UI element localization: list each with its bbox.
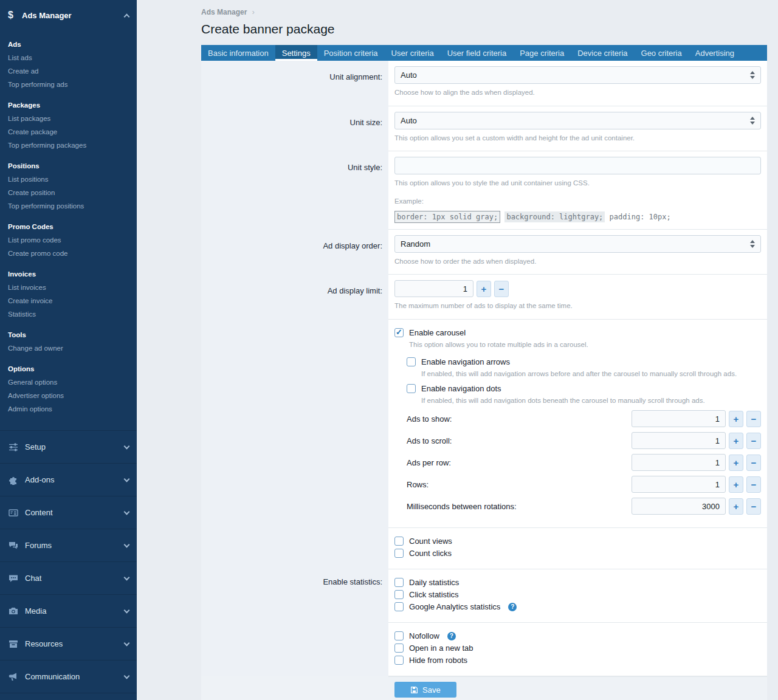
sidebar-menu-forums[interactable]: Forums bbox=[0, 529, 137, 561]
select-arrows-icon bbox=[750, 117, 755, 125]
sidebar-menu-communication[interactable]: Communication bbox=[0, 660, 137, 693]
checkbox-label: Hide from robots bbox=[409, 656, 467, 665]
tab-geo-criteria[interactable]: Geo criteria bbox=[635, 45, 689, 61]
checkbox-row-daily-statistics: Daily statistics bbox=[394, 578, 761, 587]
checkbox-row-enable-navigation-dots: Enable navigation dots bbox=[407, 384, 761, 393]
css-example-code: border: 1px solid gray; background: ligh… bbox=[394, 213, 761, 221]
sidebar-item-list-packages[interactable]: List packages bbox=[8, 112, 129, 125]
hide-from-robots-checkbox[interactable] bbox=[394, 656, 404, 665]
form-row-misc: Nofollow ? Open in a new tab Hide from r… bbox=[201, 623, 767, 676]
increment-button[interactable]: + bbox=[729, 433, 743, 449]
unit-style-input[interactable] bbox=[394, 157, 761, 174]
sidebar-menu-content[interactable]: Content bbox=[0, 496, 137, 529]
count-views-checkbox[interactable] bbox=[394, 537, 404, 546]
enable-navigation-dots-checkbox[interactable] bbox=[407, 384, 416, 393]
tab-user-criteria[interactable]: User criteria bbox=[385, 45, 441, 61]
ads-to-scroll-input[interactable]: 1 bbox=[632, 432, 726, 449]
tab-page-criteria[interactable]: Page criteria bbox=[513, 45, 571, 61]
sidebar-item-create-ad[interactable]: Create ad bbox=[8, 64, 129, 78]
sidebar-item-top-performing-packages[interactable]: Top performing packages bbox=[8, 139, 129, 152]
sidebar-menu-chat[interactable]: Chat bbox=[0, 561, 137, 594]
increment-button[interactable]: + bbox=[729, 498, 743, 515]
dollar-icon: $ bbox=[8, 10, 16, 21]
increment-button[interactable]: + bbox=[477, 281, 491, 297]
breadcrumb: Ads Manager › bbox=[201, 8, 767, 16]
sidebar-item-statistics[interactable]: Statistics bbox=[8, 307, 129, 321]
decrement-button[interactable]: − bbox=[746, 498, 761, 515]
tab-user-field-criteria[interactable]: User field criteria bbox=[441, 45, 514, 61]
puzzle-icon bbox=[8, 475, 18, 485]
sidebar-item-create-package[interactable]: Create package bbox=[8, 125, 129, 139]
tab-settings[interactable]: Settings bbox=[275, 45, 317, 61]
increment-button[interactable]: + bbox=[729, 455, 743, 471]
sidebar-item-create-position[interactable]: Create position bbox=[8, 186, 129, 199]
tab-advertising[interactable]: Advertising bbox=[689, 45, 741, 61]
sidebar-menu-media[interactable]: Media bbox=[0, 594, 137, 627]
sidebar-menu-setup[interactable]: Setup bbox=[0, 430, 137, 463]
comments-icon bbox=[8, 540, 18, 551]
sidebar-menu-resources[interactable]: Resources bbox=[0, 627, 137, 660]
increment-button[interactable]: + bbox=[729, 411, 743, 427]
decrement-button[interactable]: − bbox=[746, 433, 761, 449]
sidebar-item-top-performing-positions[interactable]: Top performing positions bbox=[8, 199, 129, 213]
checkbox-label: Open in a new tab bbox=[409, 643, 473, 653]
form-row-unit-alignment: Unit alignment: Auto Choose how to align… bbox=[201, 61, 767, 106]
sidebar-item-advertiser-options[interactable]: Advertiser options bbox=[8, 389, 129, 402]
sidebar-item-list-positions[interactable]: List positions bbox=[8, 173, 129, 186]
count-clicks-checkbox[interactable] bbox=[394, 549, 404, 558]
save-button[interactable]: Save bbox=[394, 682, 456, 698]
tab-basic-information[interactable]: Basic information bbox=[201, 45, 275, 61]
ads-per-row-input[interactable]: 1 bbox=[632, 454, 726, 471]
sidebar-item-general-options[interactable]: General options bbox=[8, 376, 129, 389]
decrement-button[interactable]: − bbox=[746, 411, 761, 427]
rows-input[interactable]: 1 bbox=[632, 476, 726, 493]
milliseconds-input[interactable]: 3000 bbox=[632, 498, 726, 515]
sidebar-item-top-performing-ads[interactable]: Top performing ads bbox=[8, 78, 129, 91]
sidebar-item-create-promo-code[interactable]: Create promo code bbox=[8, 247, 129, 260]
help-icon[interactable]: ? bbox=[447, 632, 456, 640]
decrement-button[interactable]: − bbox=[494, 281, 509, 297]
sidebar-item-change-ad-owner[interactable]: Change ad owner bbox=[8, 341, 129, 355]
ads-to-show-input[interactable]: 1 bbox=[632, 410, 726, 427]
enable-navigation-arrows-checkbox[interactable] bbox=[407, 357, 416, 366]
sidebar-header-ads-manager[interactable]: $ Ads Manager bbox=[0, 0, 137, 30]
sidebar-item-list-ads[interactable]: List ads bbox=[8, 51, 129, 64]
tab-device-criteria[interactable]: Device criteria bbox=[571, 45, 634, 61]
form-panel: Basic information Settings Position crit… bbox=[201, 45, 767, 700]
tab-bar: Basic information Settings Position crit… bbox=[201, 45, 767, 61]
field-label: Enable statistics: bbox=[201, 569, 388, 623]
sidebar-filler bbox=[0, 693, 137, 700]
unit-size-select[interactable]: Auto bbox=[394, 112, 761, 129]
sidebar-item-admin-options[interactable]: Admin options bbox=[8, 402, 129, 416]
breadcrumb-link-ads-manager[interactable]: Ads Manager bbox=[201, 8, 247, 16]
ad-display-limit-input[interactable]: 1 bbox=[394, 280, 473, 297]
field-hint: Choose how to order the ads when display… bbox=[394, 257, 761, 267]
enable-carousel-checkbox[interactable] bbox=[394, 328, 404, 337]
help-icon[interactable]: ? bbox=[508, 603, 517, 611]
menu-label: Content bbox=[25, 508, 53, 517]
group-title: Tools bbox=[8, 331, 129, 338]
sidebar-menu-add-ons[interactable]: Add-ons bbox=[0, 463, 137, 496]
unit-alignment-select[interactable]: Auto bbox=[394, 66, 761, 84]
menu-label: Chat bbox=[25, 574, 41, 583]
ad-display-order-select[interactable]: Random bbox=[394, 235, 761, 253]
nofollow-checkbox[interactable] bbox=[394, 631, 404, 640]
save-icon bbox=[410, 686, 418, 694]
sliders-icon bbox=[8, 442, 18, 452]
sidebar-nav: Ads List ads Create ad Top performing ad… bbox=[0, 30, 137, 430]
click-statistics-checkbox[interactable] bbox=[394, 590, 404, 599]
form-row-unit-style: Unit style: This option allows you to st… bbox=[201, 151, 767, 230]
sidebar-item-create-invoice[interactable]: Create invoice bbox=[8, 294, 129, 307]
camera-icon bbox=[8, 606, 18, 616]
daily-statistics-checkbox[interactable] bbox=[394, 578, 404, 587]
decrement-button[interactable]: − bbox=[746, 476, 761, 493]
open-in-new-tab-checkbox[interactable] bbox=[394, 643, 404, 653]
increment-button[interactable]: + bbox=[729, 476, 743, 493]
sidebar-item-list-invoices[interactable]: List invoices bbox=[8, 281, 129, 294]
select-arrows-icon bbox=[750, 71, 755, 79]
decrement-button[interactable]: − bbox=[746, 455, 761, 471]
chevron-down-icon bbox=[124, 640, 130, 646]
google-analytics-statistics-checkbox[interactable] bbox=[394, 602, 404, 611]
tab-position-criteria[interactable]: Position criteria bbox=[317, 45, 385, 61]
sidebar-item-list-promo-codes[interactable]: List promo codes bbox=[8, 233, 129, 247]
